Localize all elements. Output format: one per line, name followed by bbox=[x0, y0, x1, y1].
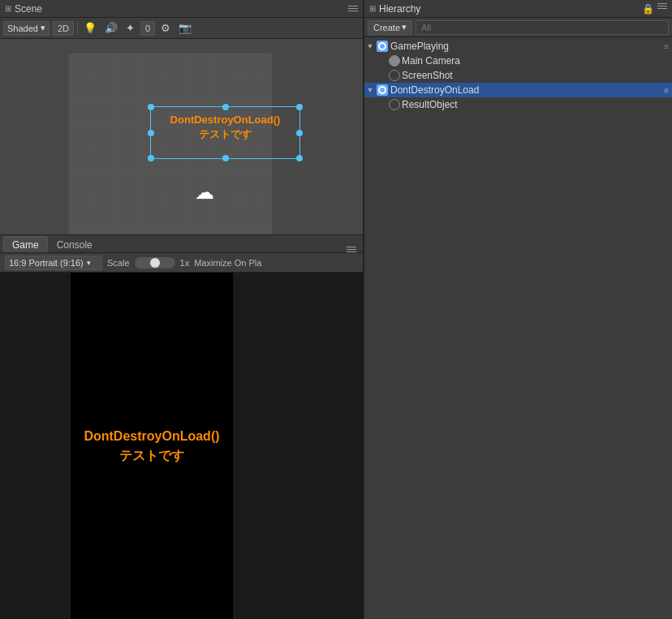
dontdestroy-menu[interactable]: ≡ bbox=[664, 86, 669, 95]
hierarchy-content: ▼ GamePlaying ≡ ▶ Main Camera ▶ ScreenSh… bbox=[364, 37, 672, 619]
handle-mid-bottom[interactable] bbox=[222, 155, 229, 161]
scene-panel: ⊞ Scene Shaded ▾ 2D 💡 🔊 ✦ 0 bbox=[0, 0, 364, 235]
scene-panel-title: Scene bbox=[15, 3, 42, 15]
handle-bottom-right[interactable] bbox=[296, 155, 303, 161]
scene-toolbar: Shaded ▾ 2D 💡 🔊 ✦ 0 ⚙ 📷 bbox=[0, 18, 363, 39]
handle-mid-top[interactable] bbox=[222, 104, 229, 110]
scene-selected-object[interactable]: DontDestroyOnLoad() テストです bbox=[150, 106, 300, 159]
expand-arrow-dontdestroy[interactable]: ▼ bbox=[364, 84, 376, 96]
2d-button[interactable]: 2D bbox=[53, 21, 74, 36]
scene-content-frame: DontDestroyOnLoad() テストです ☁ bbox=[69, 54, 272, 234]
tab-game[interactable]: Game bbox=[3, 236, 48, 252]
tab-console[interactable]: Console bbox=[48, 236, 101, 252]
expand-arrow-screenshot: ▶ bbox=[377, 70, 389, 81]
maincamera-enable-toggle[interactable] bbox=[389, 55, 400, 67]
expand-arrow-resultobject: ▶ bbox=[377, 99, 389, 110]
resultobject-label: ResultObject bbox=[402, 99, 669, 110]
gameplaying-label: GamePlaying bbox=[390, 41, 664, 52]
camera-mode-icon[interactable]: 📷 bbox=[176, 22, 194, 34]
handle-top-right[interactable] bbox=[296, 104, 303, 110]
hierarchy-header-icons: 🔒 bbox=[642, 3, 667, 15]
gameplaying-icon bbox=[376, 40, 389, 53]
scene-grid-icon: ⊞ bbox=[5, 4, 11, 13]
gameplaying-menu[interactable]: ≡ bbox=[664, 42, 669, 51]
scale-label: Scale bbox=[107, 258, 130, 268]
scene-panel-header: ⊞ Scene bbox=[0, 0, 363, 18]
maximize-button[interactable]: Maximize On Pla bbox=[194, 258, 261, 268]
screenshot-label: ScreenShot bbox=[402, 70, 669, 81]
hierarchy-item-gameplaying[interactable]: ▼ GamePlaying ≡ bbox=[364, 39, 672, 54]
audio-icon[interactable]: 🔊 bbox=[102, 22, 120, 34]
scene-object-text: DontDestroyOnLoad() テストです bbox=[150, 113, 300, 142]
game-display-text: DontDestroyOnLoad() テストです bbox=[84, 427, 219, 466]
game-screen: DontDestroyOnLoad() テストです bbox=[71, 273, 233, 619]
hierarchy-item-screenshot[interactable]: ▶ ScreenShot bbox=[364, 68, 672, 83]
dontdestroy-icon bbox=[376, 84, 389, 97]
scale-value: 1x bbox=[180, 258, 190, 268]
screenshot-enable-toggle[interactable] bbox=[389, 70, 400, 81]
scene-menu-button[interactable] bbox=[348, 6, 358, 11]
search-input[interactable] bbox=[416, 20, 669, 35]
hierarchy-panel-title: Hierarchy bbox=[379, 3, 420, 15]
hierarchy-panel-header: ⊞ Hierarchy 🔒 bbox=[364, 0, 672, 18]
hierarchy-menu-icon[interactable] bbox=[657, 3, 667, 15]
gizmos-counter[interactable]: 0 bbox=[140, 21, 155, 36]
game-tab-menu[interactable] bbox=[347, 247, 360, 252]
hierarchy-item-resultobject[interactable]: ▶ ResultObject bbox=[364, 97, 672, 112]
scale-slider[interactable] bbox=[135, 257, 175, 269]
cloud-icon: ☁ bbox=[195, 181, 214, 204]
resultobject-enable-toggle[interactable] bbox=[389, 99, 400, 110]
hierarchy-panel: ⊞ Hierarchy 🔒 Create ▾ ▼ GamePlay bbox=[364, 0, 672, 619]
hierarchy-grid-icon: ⊞ bbox=[369, 4, 376, 13]
game-tab-bar: Game Console bbox=[0, 235, 363, 253]
lock-icon[interactable]: 🔒 bbox=[642, 3, 654, 15]
scene-viewport: DontDestroyOnLoad() テストです ☁ bbox=[0, 39, 363, 234]
hierarchy-item-dontdestroy[interactable]: ▼ DontDestroyOnLoad ≡ bbox=[364, 83, 672, 97]
expand-arrow-maincamera: ▶ bbox=[377, 55, 389, 67]
game-viewport: DontDestroyOnLoad() テストです bbox=[0, 273, 363, 619]
effects-icon[interactable]: ✦ bbox=[123, 22, 137, 34]
light-icon[interactable]: 💡 bbox=[81, 22, 99, 34]
handle-top-left[interactable] bbox=[148, 104, 154, 110]
create-button[interactable]: Create ▾ bbox=[368, 20, 412, 35]
toolbar-separator-1 bbox=[77, 23, 78, 34]
game-toolbar: 16:9 Portrait (9:16) ▾ Scale 1x Maximize… bbox=[0, 253, 363, 273]
handle-bottom-left[interactable] bbox=[148, 155, 154, 161]
dontdestroy-label: DontDestroyOnLoad bbox=[390, 84, 664, 96]
hierarchy-item-maincamera[interactable]: ▶ Main Camera bbox=[364, 54, 672, 68]
shaded-dropdown[interactable]: Shaded ▾ bbox=[3, 21, 50, 36]
settings-icon[interactable]: ⚙ bbox=[158, 22, 173, 34]
hierarchy-toolbar: Create ▾ bbox=[364, 18, 672, 37]
maincamera-label: Main Camera bbox=[402, 55, 669, 67]
resolution-dropdown[interactable]: 16:9 Portrait (9:16) ▾ bbox=[5, 256, 102, 270]
expand-arrow-gameplaying[interactable]: ▼ bbox=[364, 41, 376, 52]
game-panel: Game Console 16:9 Portrait (9:16) ▾ Scal… bbox=[0, 235, 364, 619]
